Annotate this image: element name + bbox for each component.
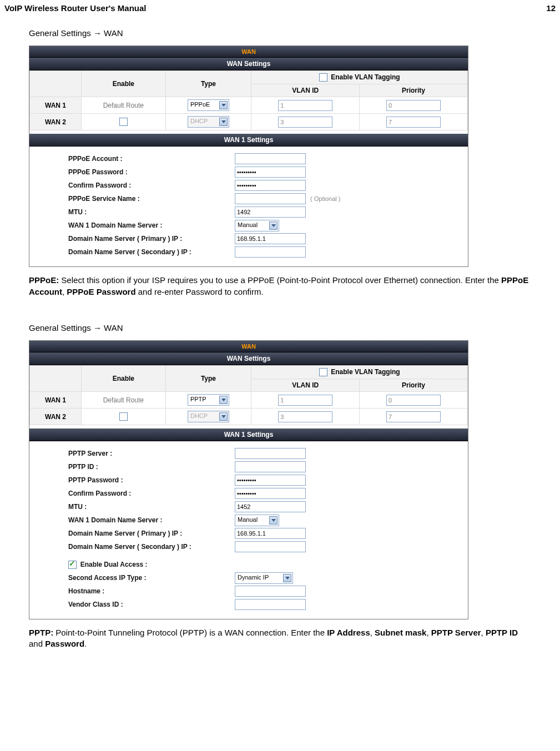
wan2-type-select: DHCP [188, 411, 229, 422]
row-wan2: WAN 2 [30, 114, 82, 130]
pppoe-password-label: PPPoE Password : [68, 168, 235, 176]
panel-title-wan-settings: WAN Settings [29, 352, 468, 365]
col-vlan-id: VLAN ID [251, 379, 360, 392]
pptp-id-input[interactable] [235, 461, 306, 472]
mtu-input[interactable] [235, 206, 306, 218]
dns-primary-input[interactable] [235, 233, 306, 244]
pppoe-service-label: PPPoE Service Name : [68, 195, 235, 203]
wan1-vlan-input[interactable] [278, 100, 332, 111]
dns-mode-select[interactable]: Manual [235, 220, 279, 231]
pppoe-password-input[interactable] [235, 167, 306, 178]
wan-panel: WAN WAN Settings Enable Type Enable VLAN… [29, 340, 468, 619]
col-priority: Priority [360, 379, 468, 392]
wan1-type-select[interactable]: PPTP [188, 394, 229, 406]
dual-access-checkbox[interactable] [68, 561, 77, 569]
wan1-enable: Default Route [82, 97, 166, 114]
confirm-password-input[interactable] [235, 488, 306, 499]
dns-mode-select[interactable]: Manual [235, 515, 279, 526]
wan2-prio-input[interactable] [386, 117, 441, 128]
wan1-prio-input[interactable] [386, 100, 441, 111]
table-row: WAN 2 DHCP [30, 114, 468, 130]
col-priority: Priority [360, 84, 468, 97]
mtu-label: MTU : [68, 208, 235, 216]
pptp-password-label: PPTP Password : [68, 476, 235, 484]
dual-access-label: Enable Dual Access : [80, 561, 148, 568]
col-enable: Enable [82, 71, 166, 97]
panel-title-wan-settings: WAN Settings [29, 58, 468, 70]
wan-table: Enable Type Enable VLAN Tagging VLAN ID … [29, 70, 468, 130]
hostname-label: Hostname : [68, 587, 235, 595]
second-access-type-label: Second Access IP Type : [68, 574, 235, 582]
col-type: Type [165, 365, 251, 391]
vlan-tagging-checkbox[interactable] [319, 73, 327, 82]
col-enable: Enable [82, 365, 166, 391]
wan1-vlan-input[interactable] [278, 395, 332, 406]
wan-panel: WAN WAN Settings Enable Type Enable VLAN… [29, 46, 468, 267]
second-access-type-select[interactable]: Dynamic IP [235, 572, 293, 584]
dns-secondary-label: Domain Name Server ( Secondary ) IP : [68, 248, 235, 256]
hostname-input[interactable] [235, 586, 306, 597]
wan2-prio-input[interactable] [386, 411, 441, 422]
page-number: 12 [546, 3, 556, 13]
wan2-enable-checkbox[interactable] [119, 118, 128, 126]
pptp-password-input[interactable] [235, 475, 306, 486]
dns-primary-label: Domain Name Server ( Primary ) IP : [68, 530, 235, 537]
pppoe-description: PPPoE: Select this option if your ISP re… [29, 275, 531, 298]
row-wan1: WAN 1 [30, 97, 82, 114]
col-vlan-tagging: Enable VLAN Tagging [331, 73, 400, 81]
wan2-vlan-input[interactable] [278, 411, 332, 422]
optional-text: ( Optional ) [310, 195, 340, 202]
col-vlan-tagging: Enable VLAN Tagging [331, 368, 400, 376]
table-row: WAN 2 DHCP [30, 409, 468, 425]
confirm-password-label: Confirm Password : [68, 182, 235, 189]
wan1-type-select[interactable]: PPPoE [188, 99, 229, 111]
wan1-enable: Default Route [82, 392, 166, 409]
pppoe-service-input[interactable] [235, 193, 306, 204]
breadcrumb: General Settings → WAN [29, 323, 531, 332]
confirm-password-input[interactable] [235, 180, 306, 191]
vlan-tagging-checkbox[interactable] [319, 368, 327, 376]
dns-secondary-label: Domain Name Server ( Secondary ) IP : [68, 543, 235, 551]
table-row: WAN 1 Default Route PPPoE [30, 97, 468, 114]
pptp-server-label: PPTP Server : [68, 450, 235, 457]
row-wan2: WAN 2 [30, 409, 82, 425]
dns-mode-label: WAN 1 Domain Name Server : [68, 516, 235, 524]
wan2-vlan-input[interactable] [278, 117, 332, 128]
dns-primary-label: Domain Name Server ( Primary ) IP : [68, 235, 235, 243]
dns-secondary-input[interactable] [235, 246, 306, 258]
panel-title-wan1-settings: WAN 1 Settings [29, 134, 468, 147]
pppoe-account-label: PPPoE Account : [68, 155, 235, 163]
pptp-server-input[interactable] [235, 448, 306, 459]
pptp-id-label: PPTP ID : [68, 463, 235, 471]
pppoe-account-input[interactable] [235, 153, 306, 164]
breadcrumb: General Settings → WAN [29, 28, 531, 38]
dns-secondary-input[interactable] [235, 541, 306, 552]
row-wan1: WAN 1 [30, 392, 82, 409]
vendor-class-label: Vendor Class ID : [68, 601, 235, 608]
wan2-type-select: DHCP [188, 116, 229, 128]
wan1-prio-input[interactable] [386, 395, 441, 406]
pptp-description: PPTP: Point-to-Point Tunneling Protocol … [29, 627, 531, 650]
vendor-class-input[interactable] [235, 599, 306, 610]
col-vlan-id: VLAN ID [251, 84, 360, 97]
panel-title-wan: WAN [29, 46, 468, 58]
panel-title-wan: WAN [29, 341, 468, 352]
table-row: WAN 1 Default Route PPTP [30, 392, 468, 409]
mtu-input[interactable] [235, 501, 306, 512]
col-type: Type [165, 71, 251, 97]
dns-primary-input[interactable] [235, 528, 306, 539]
wan2-enable-checkbox[interactable] [119, 412, 128, 421]
mtu-label: MTU : [68, 503, 235, 511]
confirm-password-label: Confirm Password : [68, 490, 235, 497]
dns-mode-label: WAN 1 Domain Name Server : [68, 221, 235, 229]
wan-table: Enable Type Enable VLAN Tagging VLAN ID … [29, 365, 468, 425]
doc-title: VoIP Wireless Router User's Manual [4, 3, 146, 13]
panel-title-wan1-settings: WAN 1 Settings [29, 429, 468, 441]
